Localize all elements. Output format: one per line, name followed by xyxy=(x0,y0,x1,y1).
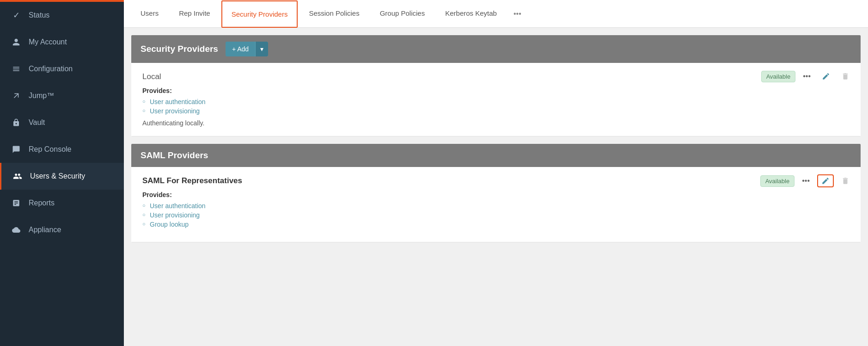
sidebar-item-configuration[interactable]: Configuration xyxy=(0,56,124,82)
add-provider-button[interactable]: + Add ▾ xyxy=(226,42,268,56)
tab-security-providers[interactable]: Security Providers xyxy=(221,0,298,28)
saml-providers-header: SAML Providers xyxy=(131,144,861,167)
saml-reps-provides-label: Provides: xyxy=(142,191,850,198)
list-item: User provisioning xyxy=(142,106,850,116)
tab-rep-invite[interactable]: Rep Invite xyxy=(170,0,220,27)
sidebar-item-users-security[interactable]: Users & Security xyxy=(0,163,124,190)
add-button-dropdown[interactable]: ▾ xyxy=(255,42,268,56)
saml-reps-delete-button[interactable] xyxy=(837,175,853,187)
sidebar-item-my-account[interactable]: My Account xyxy=(0,29,124,56)
saml-reps-edit-button[interactable] xyxy=(817,174,834,187)
security-providers-section: Security Providers + Add ▾ Available ••• xyxy=(131,35,861,136)
sidebar-item-label: Appliance xyxy=(29,226,61,234)
sidebar: ✓ Status My Account Configuration Jump™ … xyxy=(0,0,124,346)
configuration-icon xyxy=(11,64,21,74)
local-auth-note: Authenticating locally. xyxy=(142,119,850,127)
saml-providers-section: SAML Providers Available ••• SAML For Re… xyxy=(131,144,861,242)
list-item: User authentication xyxy=(142,97,850,106)
content-area: Security Providers + Add ▾ Available ••• xyxy=(124,28,868,346)
saml-reps-more-button[interactable]: ••• xyxy=(798,175,813,187)
users-security-icon xyxy=(12,171,23,181)
local-more-button[interactable]: ••• xyxy=(799,70,814,82)
saml-reps-features-list: User authentication User provisioning Gr… xyxy=(142,201,850,229)
saml-providers-title: SAML Providers xyxy=(141,150,208,161)
local-edit-button[interactable] xyxy=(818,70,834,82)
jump-icon xyxy=(11,91,21,101)
sidebar-item-label: Jump™ xyxy=(29,92,54,100)
local-provider-card: Available ••• Local Provides: User authe… xyxy=(131,63,861,136)
appliance-icon xyxy=(11,225,21,235)
vault-icon xyxy=(11,117,21,128)
saml-reps-provider-card: Available ••• SAML For Representatives P… xyxy=(131,167,861,242)
sidebar-item-label: Users & Security xyxy=(30,172,85,180)
local-provides-label: Provides: xyxy=(142,87,850,94)
tab-bar: Users Rep Invite Security Providers Sess… xyxy=(124,0,868,28)
sidebar-item-appliance[interactable]: Appliance xyxy=(0,216,124,243)
sidebar-item-rep-console[interactable]: Rep Console xyxy=(0,136,124,163)
sidebar-item-label: My Account xyxy=(29,38,67,46)
tab-more-button[interactable]: ••• xyxy=(508,6,527,22)
tab-users[interactable]: Users xyxy=(131,0,168,27)
list-item: User provisioning xyxy=(142,210,850,220)
saml-reps-status-badge: Available xyxy=(760,175,795,187)
sidebar-item-label: Reports xyxy=(29,199,55,207)
main-content: Users Rep Invite Security Providers Sess… xyxy=(124,0,868,346)
local-features-list: User authentication User provisioning xyxy=(142,97,850,116)
reports-icon xyxy=(11,198,21,208)
tab-group-policies[interactable]: Group Policies xyxy=(371,0,434,27)
account-icon xyxy=(11,37,21,47)
status-icon: ✓ xyxy=(11,10,21,20)
sidebar-item-reports[interactable]: Reports xyxy=(0,190,124,216)
saml-reps-actions: Available ••• xyxy=(760,174,853,187)
security-providers-header: Security Providers + Add ▾ xyxy=(131,35,861,63)
local-delete-button[interactable] xyxy=(837,70,853,82)
local-provider-actions: Available ••• xyxy=(761,70,853,82)
security-providers-title: Security Providers xyxy=(141,44,218,54)
list-item: User authentication xyxy=(142,201,850,210)
tab-kerberos-keytab[interactable]: Kerberos Keytab xyxy=(436,0,506,27)
tab-session-policies[interactable]: Session Policies xyxy=(300,0,368,27)
add-button-main[interactable]: + Add xyxy=(226,42,255,56)
saml-reps-provider-name: SAML For Representatives xyxy=(142,176,850,185)
local-provider-name: Local xyxy=(142,72,850,81)
sidebar-item-vault[interactable]: Vault xyxy=(0,109,124,136)
sidebar-item-label: Status xyxy=(29,11,49,19)
sidebar-item-jump[interactable]: Jump™ xyxy=(0,82,124,109)
local-status-badge: Available xyxy=(761,71,796,82)
rep-console-icon xyxy=(11,144,21,154)
sidebar-item-status[interactable]: ✓ Status xyxy=(0,2,124,29)
sidebar-item-label: Vault xyxy=(29,118,45,127)
sidebar-item-label: Configuration xyxy=(29,65,73,73)
sidebar-item-label: Rep Console xyxy=(29,145,72,154)
list-item: Group lookup xyxy=(142,220,850,229)
